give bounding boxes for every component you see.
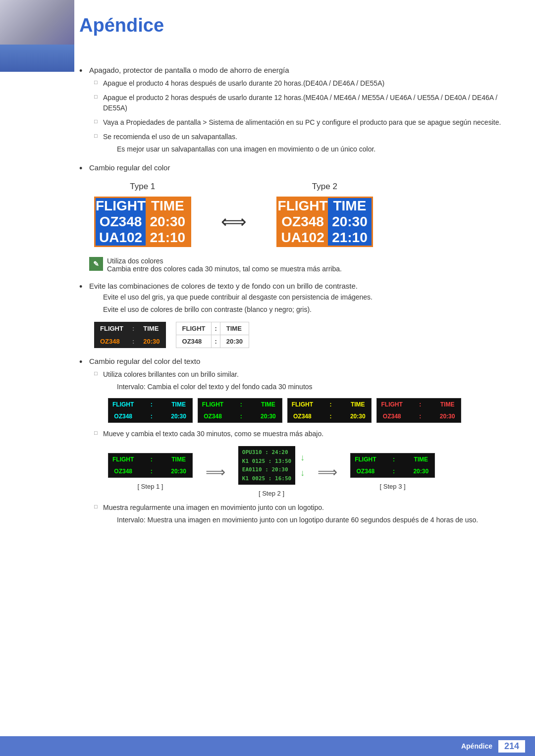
contrast-light-val: 20:30 xyxy=(220,335,249,348)
step3-time: TIME xyxy=(408,454,435,466)
mf4-colon2: : xyxy=(407,410,434,423)
main-content: Apagado, protector de pantalla o modo de… xyxy=(79,46,520,525)
mf3-colon2: : xyxy=(317,410,344,423)
mf1-colon: : xyxy=(138,399,165,411)
scroll-line3: EA0110 : 20:30 xyxy=(242,465,291,474)
step2-label: [ Step 2 ] xyxy=(259,489,284,499)
mf2-colon: : xyxy=(227,399,255,411)
note-icon: ✎ xyxy=(89,257,103,271)
sub1a: Apague el producto 4 horas después de us… xyxy=(94,78,520,89)
contrast-light-colon2: : xyxy=(212,335,220,348)
step2-box: OPU310 : 24:20 K1 0125 : 13:50 EA0110 : … xyxy=(238,446,305,499)
step1-flight: FLIGHT xyxy=(108,454,138,466)
bullet3-sub1: Evite el uso del gris, ya que puede cont… xyxy=(103,292,520,302)
mf4-flight: FLIGHT xyxy=(377,399,407,411)
bullet-item-4: Cambio regular del color del texto Utili… xyxy=(79,357,520,525)
mf3-time: TIME xyxy=(344,399,372,411)
sub1c: Vaya a Propiedades de pantalla > Sistema… xyxy=(94,117,520,128)
contrast-light-oz: OZ348 xyxy=(176,335,212,348)
type1-time: TIME xyxy=(146,198,190,214)
mf2-oz: OZ348 xyxy=(198,410,227,423)
arrow2: ⟹ xyxy=(315,462,340,483)
contrast-dark-oz: OZ348 xyxy=(94,335,129,349)
type2-table: FLIGHT TIME OZ348 20:30 UA102 21:10 xyxy=(276,197,374,247)
sub1b: Apague el producto 2 horas después de us… xyxy=(94,93,520,113)
type-diagrams: Type 1 FLIGHT TIME OZ348 20:30 UA102 21: xyxy=(94,182,520,247)
scroll-arrows: ↓ ↓ xyxy=(297,451,305,480)
contrast-light-time: TIME xyxy=(220,322,249,335)
contrast-dark-val: 20:30 xyxy=(137,335,165,349)
contrast-dark-flight: FLIGHT xyxy=(94,322,129,335)
scroll-line1: OPU310 : 24:20 xyxy=(242,448,291,457)
left-bar-accent xyxy=(0,45,74,72)
bullet2-text: Cambio regular del color xyxy=(89,163,170,172)
type1-label: Type 1 xyxy=(130,182,155,192)
mf3-oz: OZ348 xyxy=(287,410,317,423)
mf2-flight: FLIGHT xyxy=(198,399,227,411)
bullet4-text: Cambio regular del color del texto xyxy=(89,357,200,365)
mini-flight-1: FLIGHT : TIME OZ348 : 20:30 xyxy=(108,398,193,423)
mf3-colon: : xyxy=(317,399,344,411)
type2-time: TIME xyxy=(328,198,373,214)
sub4b: Mueve y cambia el texto cada 30 minutos,… xyxy=(94,429,520,499)
scroll-line2: K1 0125 : 13:50 xyxy=(242,457,291,466)
sub4a-note: Intervalo: Cambia el color del texto y d… xyxy=(117,382,520,392)
contrast-light-flight: FLIGHT xyxy=(176,322,212,335)
type1-flight: FLIGHT xyxy=(95,198,146,214)
mf3-flight: FLIGHT xyxy=(287,399,317,411)
step1-colon2: : xyxy=(138,465,165,478)
page-header: Apéndice xyxy=(79,0,535,46)
step1-val: 20:30 xyxy=(165,465,192,478)
mf1-oz: OZ348 xyxy=(108,410,138,423)
note-block: ✎ Utiliza dos colores Cambia entre dos c… xyxy=(89,257,520,273)
step3-oz: OZ348 xyxy=(351,465,380,478)
mf4-oz: OZ348 xyxy=(377,410,407,423)
footer-page-number: 214 xyxy=(498,740,525,753)
contrast-light: FLIGHT : TIME OZ348 : 20:30 xyxy=(176,322,250,348)
step1-oz: OZ348 xyxy=(108,465,138,478)
page-title: Apéndice xyxy=(79,15,535,36)
step1-time: TIME xyxy=(165,454,192,466)
sub4c-note: Intervalo: Muestra una imagen en movimie… xyxy=(117,515,520,525)
type2-t2030: 20:30 xyxy=(328,214,373,230)
bullet-item-3: Evite las combinaciones de colores de te… xyxy=(79,282,520,348)
scroll-down2: ↓ xyxy=(300,466,305,480)
mf1-val: 20:30 xyxy=(165,410,192,423)
step1-colon: : xyxy=(138,454,165,466)
sub-list-1: Apague el producto 4 horas después de us… xyxy=(94,78,520,154)
contrast-light-colon: : xyxy=(212,322,220,335)
mf2-val: 20:30 xyxy=(255,410,282,423)
type1-table: FLIGHT TIME OZ348 20:30 UA102 21:10 xyxy=(94,197,191,247)
bullet1-text: Apagado, protector de pantalla o modo de… xyxy=(89,66,289,74)
type2-t2110: 21:10 xyxy=(328,230,373,247)
bullet3-sub2: Evite el uso de colores de brillo con co… xyxy=(103,304,520,315)
contrast-dark: FLIGHT : TIME OZ348 : 20:30 xyxy=(94,322,166,348)
arrow1: ⟹ xyxy=(203,462,228,483)
mf2-time: TIME xyxy=(255,399,282,411)
mf4-time: TIME xyxy=(434,399,461,411)
type2-label: Type 2 xyxy=(312,182,337,192)
type1-t2030: 20:30 xyxy=(146,214,190,230)
contrast-dark-colon: : xyxy=(129,322,137,335)
step3-label: [ Step 3 ] xyxy=(380,482,406,492)
step3-val: 20:30 xyxy=(408,465,435,478)
type1-oz348: OZ348 xyxy=(95,214,146,230)
step2-content: OPU310 : 24:20 K1 0125 : 13:50 EA0110 : … xyxy=(238,446,305,485)
mf4-colon: : xyxy=(407,399,434,411)
page-footer: Apéndice 214 xyxy=(0,736,535,756)
bullet3-text: Evite las combinaciones de colores de te… xyxy=(89,282,358,290)
bullet-list: Apagado, protector de pantalla o modo de… xyxy=(79,66,520,525)
step-row: FLIGHT : TIME OZ348 : 20:30 [ xyxy=(108,446,520,499)
mini-flight-2: FLIGHT : TIME OZ348 : 20:30 xyxy=(198,398,282,423)
mf1-flight: FLIGHT xyxy=(108,399,138,411)
contrast-dark-time: TIME xyxy=(137,322,165,335)
mini-flight-4: FLIGHT : TIME OZ348 : 20:30 xyxy=(376,398,461,423)
contrast-examples: FLIGHT : TIME OZ348 : 20:30 FLIGHT : xyxy=(94,322,520,348)
mf3-val: 20:30 xyxy=(344,410,372,423)
note-sub: Cambia entre dos colores cada 30 minutos… xyxy=(107,265,342,273)
mf2-colon2: : xyxy=(227,410,255,423)
color-row: FLIGHT : TIME OZ348 : 20:30 xyxy=(108,398,520,423)
step1-box: FLIGHT : TIME OZ348 : 20:30 [ xyxy=(108,453,193,492)
mini-flight-3: FLIGHT : TIME OZ348 : 20:30 xyxy=(287,398,372,423)
type1-block: Type 1 FLIGHT TIME OZ348 20:30 UA102 21: xyxy=(94,182,191,247)
